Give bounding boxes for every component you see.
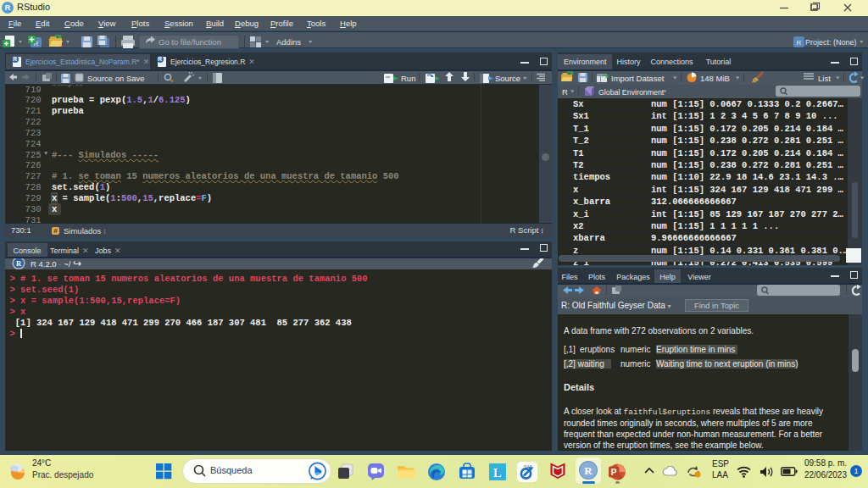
svg-text:R: R: [562, 87, 568, 97]
svg-text:Source on Save: Source on Save: [87, 74, 145, 83]
svg-text:R: R: [16, 259, 22, 268]
svg-text:Addins: Addins: [276, 37, 301, 47]
svg-text:Go to file/function: Go to file/function: [159, 37, 221, 47]
svg-text:Project: (None): Project: (None): [805, 38, 857, 47]
svg-text:R: R: [797, 39, 802, 47]
svg-text:L: L: [493, 466, 502, 480]
svg-text:Import Dataset: Import Dataset: [611, 74, 665, 83]
svg-text:Run: Run: [401, 74, 415, 83]
svg-text:List: List: [818, 74, 831, 83]
svg-text:Source: Source: [495, 74, 520, 83]
svg-text:P: P: [611, 468, 617, 477]
svg-text:148 MiB: 148 MiB: [700, 74, 730, 83]
svg-text:R: R: [584, 464, 593, 477]
svg-text:Global Environment: Global Environment: [598, 88, 665, 97]
